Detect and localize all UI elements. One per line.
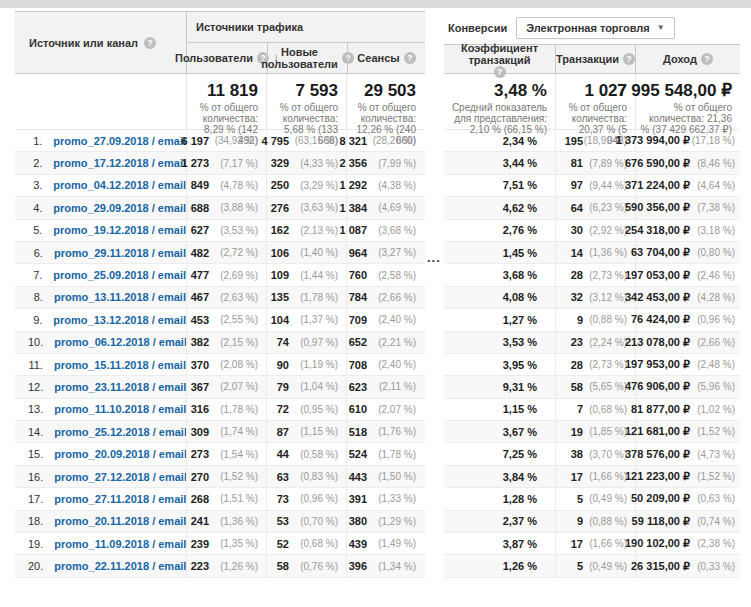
transaction-rate-cell: 3,53 % — [444, 332, 555, 353]
users-cell: 627 (3,53 %) — [186, 220, 266, 241]
sessions-cell: 443 (1,50 %) — [346, 466, 424, 487]
source-link[interactable]: promo_06.12.2018 / email — [54, 336, 187, 348]
row-number: 9. — [28, 314, 42, 326]
transaction-rate-cell: 3,84 % — [444, 466, 555, 487]
summary-sessions-value: 29 503 — [364, 81, 416, 100]
table-row: 1,15 % 7 (0,68 %) 81 877,00 ₽ (1,02 %) — [444, 399, 740, 421]
new-users-cell: 109 (1,44 %) — [266, 264, 346, 285]
help-icon[interactable]: ? — [701, 53, 713, 65]
transaction-rate-cell: 3,87 % — [444, 533, 555, 554]
conversion-type-dropdown[interactable]: Электронная торговля ▼ — [516, 17, 675, 39]
users-cell: 268 (1,51 %) — [186, 488, 266, 509]
source-link[interactable]: promo_29.09.2018 / email — [53, 202, 186, 214]
revenue-cell: 342 453,00 ₽ (4,28 %) — [635, 287, 740, 308]
table-row: 3. promo_04.12.2018 / email 849 (4,78 %)… — [15, 175, 425, 197]
source-link[interactable]: promo_25.12.2018 / email — [54, 426, 187, 438]
transactions-cell: 64 (6,23 %) — [555, 197, 635, 218]
sessions-cell: 652 (2,21 %) — [346, 332, 424, 353]
dropdown-caret-icon: ▼ — [657, 23, 665, 32]
new-users-cell: 53 (0,70 %) — [266, 511, 346, 532]
new-users-cell: 162 (2,13 %) — [266, 220, 346, 241]
users-cell: 6 197 (34,92 %) — [186, 130, 266, 151]
source-link[interactable]: promo_29.11.2018 / email — [54, 247, 186, 259]
users-cell: 688 (3,88 %) — [186, 197, 266, 218]
transactions-cell: 9 (0,88 %) — [555, 309, 635, 330]
traffic-sources-table: Источник или канал ? Источники трафика П… — [15, 11, 425, 578]
transactions-cell: 38 (3,70 %) — [555, 443, 635, 464]
column-header-users[interactable]: Пользователи ? ↓ — [187, 43, 267, 73]
column-header-sessions[interactable]: Сеансы ? — [347, 43, 425, 73]
help-icon[interactable]: ? — [623, 53, 635, 65]
source-link[interactable]: promo_27.09.2018 / email — [53, 135, 186, 147]
traffic-table-header: Источник или канал ? Источники трафика П… — [15, 11, 425, 74]
table-row: 11. promo_15.11.2018 / email 370 (2,08 %… — [15, 354, 425, 376]
new-users-cell: 72 (0,95 %) — [266, 399, 346, 420]
traffic-group-header: Источники трафика — [187, 12, 425, 43]
sessions-cell: 610 (2,07 %) — [346, 399, 424, 420]
sessions-cell: 708 (2,40 %) — [346, 354, 424, 375]
revenue-cell: 254 318,00 ₽ (3,18 %) — [635, 220, 740, 241]
column-header-transaction-rate[interactable]: Коэффициент транзакций ? — [444, 45, 555, 73]
new-users-cell: 63 (0,83 %) — [266, 466, 346, 487]
sessions-cell: 709 (2,40 %) — [346, 309, 424, 330]
source-link[interactable]: promo_20.09.2018 / email — [54, 448, 187, 460]
new-users-cell: 87 (1,15 %) — [266, 421, 346, 442]
row-number: 6. — [28, 247, 43, 259]
users-cell: 382 (2,15 %) — [186, 332, 266, 353]
table-row: 3,53 % 23 (2,24 %) 213 078,00 ₽ (2,66 %) — [444, 332, 740, 354]
source-link[interactable]: promo_27.12.2018 / email — [54, 471, 187, 483]
column-header-new-users[interactable]: Новые пользователи ? — [267, 43, 347, 73]
users-cell: 467 (2,63 %) — [186, 287, 266, 308]
source-link[interactable]: promo_13.12.2018 / email — [53, 314, 186, 326]
users-cell: 1 273 (7,17 %) — [186, 152, 266, 173]
source-link[interactable]: promo_13.11.2018 / email — [54, 291, 186, 303]
transactions-cell: 97 (9,44 %) — [555, 175, 635, 196]
source-link[interactable]: promo_25.09.2018 / email — [53, 269, 186, 281]
table-row: 1,26 % 5 (0,49 %) 26 315,00 ₽ (0,33 %) — [444, 555, 740, 577]
revenue-cell: 59 118,00 ₽ (0,74 %) — [635, 511, 740, 532]
column-header-revenue[interactable]: Доход ? — [635, 45, 740, 73]
table-row: 3,68 % 28 (2,73 %) 197 053,00 ₽ (2,46 %) — [444, 264, 740, 286]
new-users-cell: 4 795 (63,15 %) — [266, 130, 346, 151]
transactions-cell: 28 (2,73 %) — [555, 264, 635, 285]
users-cell: 482 (2,72 %) — [186, 242, 266, 263]
row-number: 15. — [28, 448, 43, 460]
row-number: 1. — [28, 135, 42, 147]
sessions-cell: 380 (1,29 %) — [346, 511, 424, 532]
sessions-cell: 518 (1,76 %) — [346, 421, 424, 442]
new-users-cell: 250 (3,29 %) — [266, 175, 346, 196]
source-link[interactable]: promo_20.11.2018 / email — [54, 515, 186, 527]
conversions-table-body: 2,34 % 195 (18,99 %) 1 373 994,00 ₽ (17,… — [444, 130, 740, 578]
transaction-rate-cell: 3,44 % — [444, 152, 555, 173]
source-link[interactable]: promo_23.11.2018 / email — [54, 381, 186, 393]
source-link[interactable]: promo_11.09.2018 / email — [54, 538, 186, 550]
revenue-cell: 197 053,00 ₽ (2,46 %) — [635, 264, 740, 285]
table-row: 7. promo_25.09.2018 / email 477 (2,69 %)… — [15, 264, 425, 286]
column-header-transactions[interactable]: Транзакции ? — [555, 45, 635, 73]
help-icon[interactable]: ? — [404, 52, 416, 64]
source-link[interactable]: promo_15.11.2018 / email — [54, 359, 186, 371]
transaction-rate-cell: 9,31 % — [444, 376, 555, 397]
users-cell: 239 (1,35 %) — [186, 533, 266, 554]
table-row: 2,37 % 9 (0,88 %) 59 118,00 ₽ (0,74 %) — [444, 511, 740, 533]
source-link[interactable]: promo_04.12.2018 / email — [53, 179, 186, 191]
source-link[interactable]: promo_17.12.2018 / email — [53, 157, 186, 169]
source-link[interactable]: promo_11.10.2018 / email — [54, 403, 186, 415]
sessions-cell: 1 292 (4,38 %) — [346, 175, 424, 196]
table-row: 3,95 % 28 (2,73 %) 197 953,00 ₽ (2,48 %) — [444, 354, 740, 376]
source-link[interactable]: promo_19.12.2018 / email — [53, 224, 186, 236]
table-row: 3,87 % 17 (1,66 %) 190 102,00 ₽ (2,38 %) — [444, 533, 740, 555]
help-icon[interactable]: ? — [144, 37, 156, 49]
table-row: 18. promo_20.11.2018 / email 241 (1,36 %… — [15, 511, 425, 533]
table-row: 3,67 % 19 (1,85 %) 121 681,00 ₽ (1,52 %) — [444, 421, 740, 443]
source-channel-header[interactable]: Источник или канал ? — [15, 12, 186, 73]
table-row: 9. promo_13.12.2018 / email 453 (2,55 %)… — [15, 309, 425, 331]
sessions-cell: 1 087 (3,68 %) — [346, 220, 424, 241]
source-link[interactable]: promo_22.11.2018 / email — [54, 560, 186, 572]
row-number: 3. — [28, 179, 42, 191]
table-row: 4,08 % 32 (3,12 %) 342 453,00 ₽ (4,28 %) — [444, 287, 740, 309]
revenue-cell: 190 102,00 ₽ (2,38 %) — [635, 533, 740, 554]
table-row: 16. promo_27.12.2018 / email 270 (1,52 %… — [15, 466, 425, 488]
row-number: 19. — [28, 538, 43, 550]
source-link[interactable]: promo_27.11.2018 / email — [54, 493, 186, 505]
